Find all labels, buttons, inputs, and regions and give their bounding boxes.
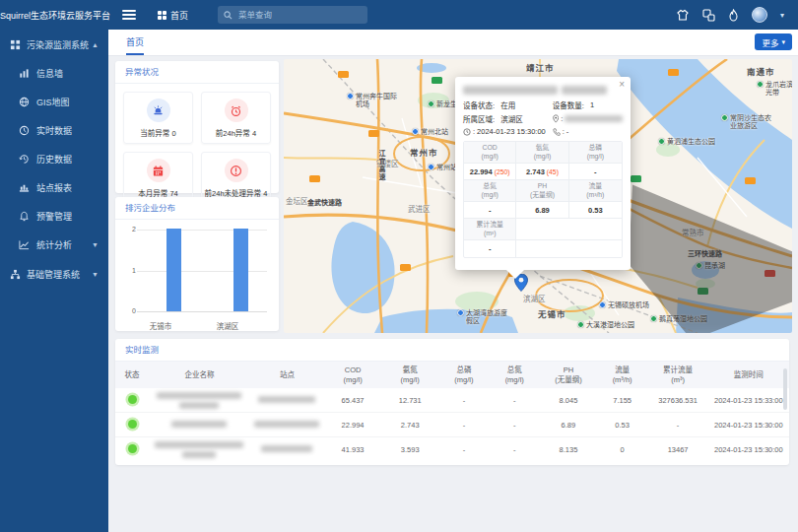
- station-name-redacted: [261, 445, 312, 452]
- more-button-label: 更多: [762, 36, 778, 48]
- total-flow-value: -: [647, 421, 708, 430]
- total-flow-value: 13467: [647, 445, 708, 454]
- search-input[interactable]: [236, 9, 345, 21]
- sidebar-item-label: GIS地图: [36, 96, 70, 108]
- sidebar-item-realtime-data[interactable]: 实时数据: [0, 116, 108, 145]
- sidebar-section-pollution[interactable]: 污染源监测系统 ▲: [0, 30, 108, 59]
- station-name-redacted: [258, 396, 315, 403]
- map-poi[interactable]: 无锡硕放机场: [599, 301, 649, 309]
- chevron-down-icon: ▾: [781, 38, 785, 46]
- nh3n-value: 12.731: [381, 396, 438, 405]
- map-canvas[interactable]: 南通市靖江市常州市钟楼区武进区金坛区无锡市滨湖区常熟市金武快速路三环快速路江宜高…: [284, 59, 792, 333]
- sidebar-item-info-wall[interactable]: 信息墙: [0, 59, 108, 88]
- tp-value: -: [438, 421, 489, 430]
- tab-bar: 首页: [108, 30, 798, 56]
- map-poi[interactable]: 常阴沙生态农业旅游区: [721, 114, 777, 130]
- y-tick: 1: [126, 267, 136, 274]
- map-poi[interactable]: 龙爪岩滨江风光带: [757, 81, 792, 97]
- more-button[interactable]: 更多 ▾: [755, 33, 792, 50]
- sidebar-item-gis-map[interactable]: GIS地图: [0, 88, 108, 116]
- poi-label: 大溪港湿地公园: [586, 321, 634, 329]
- flame-icon[interactable]: [728, 9, 739, 22]
- map-poi[interactable]: 常州北站: [412, 128, 448, 136]
- metric-unit: (mg/l): [481, 191, 498, 199]
- enterprise-distribution-panel: 排污企业分布 2 1 0 无锡市 滨湖区: [115, 197, 279, 331]
- sidebar-item-statistics[interactable]: 统计分析 ▼: [0, 231, 108, 259]
- table-row[interactable]: 41.933 3.593 - - 8.135 0 13467 2024-01-2…: [115, 437, 789, 462]
- tn-value: -: [490, 421, 540, 430]
- status-ok-icon: [128, 395, 137, 404]
- menu-search[interactable]: [218, 6, 367, 24]
- y-tick: 2: [126, 226, 136, 233]
- x-category-label: 滨湖区: [198, 320, 257, 331]
- clock-icon: [19, 125, 30, 136]
- menu-toggle-icon[interactable]: [122, 10, 136, 20]
- colon: :: [473, 127, 475, 136]
- table-row[interactable]: 65.437 12.731 - - 8.045 7.155 327636.531…: [115, 388, 789, 413]
- bar: [233, 229, 248, 311]
- status-ok-icon: [128, 444, 137, 453]
- metric-value: -: [489, 206, 492, 215]
- col-header: 总氮(mg/l): [490, 366, 540, 385]
- table-row[interactable]: 22.994 2.743 - - 6.89 0.53 - 2024-01-23 …: [115, 413, 789, 437]
- sidebar-item-label: 历史数据: [36, 153, 72, 166]
- sidebar-section-base-management[interactable]: 基础管理系统 ▼: [0, 259, 108, 289]
- table-header: 状态 企业名称 站点 COD(mg/l) 氨氮(mg/l) 总磷(mg/l) 总…: [115, 362, 789, 388]
- top-bar: Squirrel生态环境云服务平台 首页 ▾: [0, 0, 798, 30]
- col-header: 站点: [250, 370, 324, 380]
- avatar[interactable]: [752, 7, 767, 23]
- poi-label: 太湖湾旅游度假区: [466, 309, 509, 325]
- map-city-label: 无锡市: [538, 307, 566, 319]
- section-label: 基础管理系统: [27, 268, 80, 281]
- scrollbar[interactable]: [783, 368, 787, 410]
- map-city-label: 常州市: [410, 146, 438, 158]
- status-ok-icon: [128, 420, 137, 429]
- road-shield-icon: [432, 77, 442, 84]
- map-poi[interactable]: 太湖湾旅游度假区: [457, 309, 509, 325]
- close-icon[interactable]: ×: [619, 79, 625, 90]
- chevron-down-icon: ▼: [92, 241, 99, 248]
- info-wall-icon: [19, 68, 30, 79]
- poi-marker-icon: [577, 321, 584, 328]
- col-header: 状态: [115, 370, 149, 380]
- col-header: COD(mg/l): [324, 366, 381, 385]
- popup-info: 设备状态: 在用 设备数量: 1 所属区域: 滨湖区 : : 2024-01-2…: [463, 100, 623, 136]
- device-count-label: 设备数量:: [553, 100, 584, 110]
- monitor-time: 2024-01-23 15:30:00: [708, 421, 789, 430]
- card-current-abnormal[interactable]: 当前异常 0: [123, 92, 193, 144]
- poi-marker-icon: [650, 315, 657, 322]
- map-poi[interactable]: 大溪港湿地公园: [577, 321, 634, 329]
- card-value: 0: [171, 129, 175, 138]
- metric-value: 2.743: [526, 167, 545, 176]
- theme-shirt-icon[interactable]: [676, 9, 690, 22]
- map-poi[interactable]: 常州奔牛国际机场: [347, 93, 403, 108]
- map-poi[interactable]: 常州站: [428, 164, 457, 171]
- map-city-label: 靖江市: [526, 61, 555, 73]
- sidebar-item-alarm-management[interactable]: 预警管理: [0, 202, 108, 231]
- chevron-down-icon[interactable]: ▾: [780, 11, 784, 20]
- sidebar: 污染源监测系统 ▲ 信息墙 GIS地图 实时数据 历史数据: [0, 30, 108, 532]
- abnormal-status-panel: 异常状况 当前异常 0 前24h异常 4 本月异常 74: [115, 61, 279, 193]
- road-shield-icon: [309, 175, 320, 182]
- layout-icon[interactable]: [702, 9, 715, 22]
- panel-title: 排污企业分布: [115, 197, 279, 220]
- warning-icon: [225, 159, 248, 182]
- col-header: 企业名称: [149, 370, 250, 380]
- nav-home[interactable]: 首页: [158, 9, 188, 22]
- poi-marker-icon: [428, 100, 434, 107]
- sidebar-item-site-report[interactable]: 站点报表: [0, 173, 108, 202]
- monitor-time: 2024-01-23 15:33:00: [708, 396, 789, 405]
- metric-name: COD: [483, 144, 498, 152]
- metric-name: 流量: [589, 182, 603, 190]
- tab-home[interactable]: 首页: [126, 35, 144, 48]
- site-info-popup: × 设备状态: 在用 设备数量: 1 所属区域: 滨湖区 : : 2024-01…: [455, 77, 631, 270]
- device-count-value: 1: [590, 100, 594, 109]
- poi-marker-icon: [658, 138, 665, 145]
- card-last24h-abnormal[interactable]: 前24h异常 4: [201, 92, 271, 144]
- poi-marker-icon: [599, 301, 606, 308]
- sidebar-item-history-data[interactable]: 历史数据: [0, 145, 108, 173]
- map-road-label: 金武快速路: [307, 197, 342, 207]
- col-header: 总磷(mg/l): [438, 366, 489, 385]
- map-poi[interactable]: 黄泗浦生态公园: [658, 138, 715, 146]
- grid-icon: [158, 11, 166, 20]
